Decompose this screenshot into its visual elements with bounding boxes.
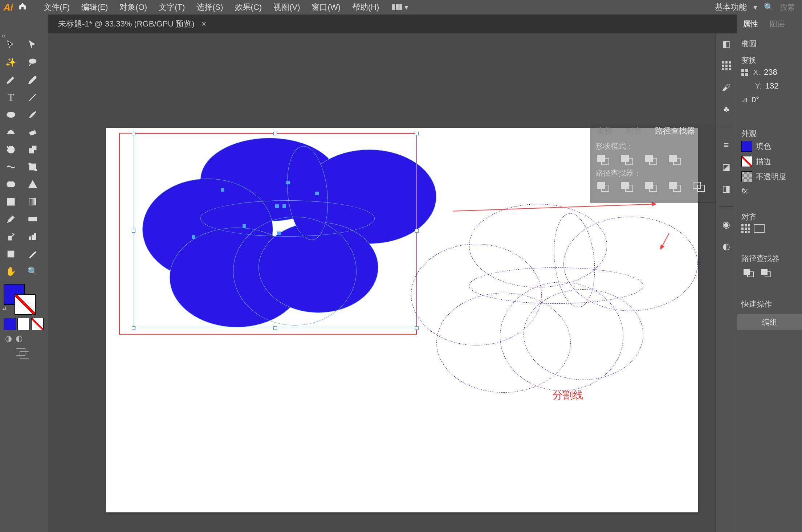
zoom-tool[interactable]: 🔍 (22, 263, 44, 280)
gradient-tool[interactable] (22, 193, 44, 210)
search-icon[interactable]: 🔍 (764, 3, 774, 12)
swap-fill-stroke-icon[interactable]: ⇄ (2, 306, 7, 311)
align-left-icon[interactable] (741, 224, 750, 233)
document-tab[interactable]: 未标题-1* @ 33.33% (RGB/GPU 预览) ✕ (58, 19, 207, 29)
color-mode-gradient[interactable] (17, 318, 30, 330)
close-tab-icon[interactable]: ✕ (201, 20, 207, 28)
draw-normal-icon[interactable]: ◑ (5, 334, 12, 343)
type-tool[interactable]: T (0, 89, 22, 106)
blend-tool[interactable] (22, 210, 44, 228)
transparency-panel-icon[interactable]: ◨ (721, 183, 732, 194)
brushes-panel-icon[interactable]: 🖌 (721, 82, 732, 93)
eraser-tool[interactable] (22, 123, 44, 141)
unite-icon[interactable] (744, 269, 754, 279)
tab-properties[interactable]: 属性 (737, 16, 764, 32)
rotate-tool[interactable] (0, 141, 22, 158)
color-mode-none[interactable] (31, 318, 44, 330)
angle-icon: ⊿ (741, 95, 748, 104)
menu-type[interactable]: 文字(T) (153, 2, 191, 13)
outline-icon[interactable] (693, 182, 706, 193)
menu-view[interactable]: 视图(V) (268, 2, 306, 13)
angle-value-field[interactable]: 0° (752, 95, 759, 105)
appearance-panel-icon[interactable]: ◉ (721, 219, 732, 230)
align-section-label: 对齐 (737, 212, 802, 222)
shaper-tool[interactable] (0, 123, 22, 141)
panel-tab-align[interactable]: 对齐 (619, 126, 648, 136)
paintbrush-tool[interactable] (22, 106, 44, 123)
direct-selection-tool[interactable] (22, 36, 44, 54)
eyedropper-tool[interactable] (0, 210, 22, 228)
color-mode-fill[interactable] (4, 318, 16, 330)
home-icon[interactable] (18, 2, 27, 13)
menu-select[interactable]: 选择(S) (191, 2, 229, 13)
pen-tool[interactable] (0, 71, 22, 89)
canvas[interactable]: 分割线 变换 对齐 路径查找器 »≡ 形状模式： 路径查找器： (48, 33, 802, 532)
menu-window[interactable]: 窗口(W) (306, 2, 346, 13)
lasso-tool[interactable] (22, 54, 44, 71)
gradient-panel-icon[interactable]: ◪ (721, 161, 732, 172)
arrange-documents-icon[interactable] (392, 4, 402, 10)
width-tool[interactable] (0, 158, 22, 176)
slice-tool[interactable] (22, 245, 44, 263)
screen-mode-icon[interactable] (16, 348, 30, 361)
scale-tool[interactable] (22, 141, 44, 158)
divide-icon[interactable] (597, 182, 610, 193)
svg-line-2 (29, 94, 36, 101)
menu-edit[interactable]: 编辑(E) (76, 2, 114, 13)
hand-tool[interactable]: ✋ (0, 263, 22, 280)
symbols-panel-icon[interactable]: ♣ (721, 104, 732, 115)
trim-icon[interactable] (621, 182, 634, 193)
group-button[interactable]: 编组 (737, 314, 802, 330)
svg-rect-4 (29, 130, 36, 135)
panel-tab-pathfinder[interactable]: 路径查找器 (648, 126, 701, 136)
draw-behind-icon[interactable]: ◐ (16, 334, 23, 343)
fill-color-swatch[interactable] (741, 141, 752, 152)
workspace-caret-icon[interactable]: ▾ (753, 3, 757, 12)
menu-help[interactable]: 帮助(H) (346, 2, 385, 13)
appearance-section-label: 外观 (737, 128, 802, 139)
svg-rect-20 (32, 235, 34, 240)
menu-effect[interactable]: 效果(C) (229, 2, 268, 13)
stroke-swatch[interactable] (15, 294, 36, 315)
x-value-field[interactable]: 238 (764, 67, 777, 77)
exclude-icon[interactable] (669, 155, 682, 166)
minus-front-icon[interactable] (621, 155, 634, 166)
align-to-artboard-icon[interactable] (754, 224, 765, 233)
line-tool[interactable] (22, 89, 44, 106)
artboard-tool[interactable] (0, 245, 22, 263)
document-tab-title: 未标题-1* @ 33.33% (RGB/GPU 预览) (58, 19, 195, 29)
intersect-icon[interactable] (645, 155, 658, 166)
fill-stroke-indicator[interactable]: ⇄ (2, 284, 46, 316)
arrange-caret-icon[interactable]: ▾ (404, 3, 408, 12)
magic-wand-tool[interactable]: ✨ (0, 54, 22, 71)
y-value-field[interactable]: 132 (765, 81, 779, 91)
menu-file[interactable]: 文件(F) (38, 2, 76, 13)
minus-front-icon[interactable] (761, 269, 772, 279)
perspective-grid-tool[interactable] (22, 176, 44, 193)
merge-icon[interactable] (645, 182, 658, 193)
curvature-tool[interactable] (22, 71, 44, 89)
unite-icon[interactable] (597, 155, 610, 166)
workspace-switcher[interactable]: 基本功能 (715, 2, 747, 13)
opacity-swatch[interactable] (741, 171, 752, 182)
stroke-panel-icon[interactable]: ≡ (721, 140, 732, 151)
color-panel-icon[interactable]: ◧ (721, 38, 732, 49)
shape-builder-tool[interactable] (0, 176, 22, 193)
panel-tab-transform[interactable]: 变换 (590, 126, 619, 136)
symbol-sprayer-tool[interactable] (0, 228, 22, 245)
fx-button[interactable]: fx. (741, 187, 749, 195)
search-input[interactable]: 搜索 (780, 3, 795, 12)
free-transform-tool[interactable] (22, 158, 44, 176)
tab-layers[interactable]: 图层 (764, 16, 791, 32)
graphic-styles-panel-icon[interactable]: ◐ (721, 241, 732, 252)
mesh-tool[interactable] (0, 193, 22, 210)
selection-tool[interactable] (0, 36, 22, 54)
crop-icon[interactable] (669, 182, 682, 193)
column-graph-tool[interactable] (22, 228, 44, 245)
ellipse-tool[interactable] (0, 106, 22, 123)
menu-object[interactable]: 对象(O) (114, 2, 153, 13)
swatches-panel-icon[interactable] (721, 60, 732, 71)
stroke-color-swatch[interactable] (741, 156, 752, 167)
stroke-label: 描边 (756, 156, 771, 167)
reference-point-icon[interactable] (741, 69, 748, 76)
